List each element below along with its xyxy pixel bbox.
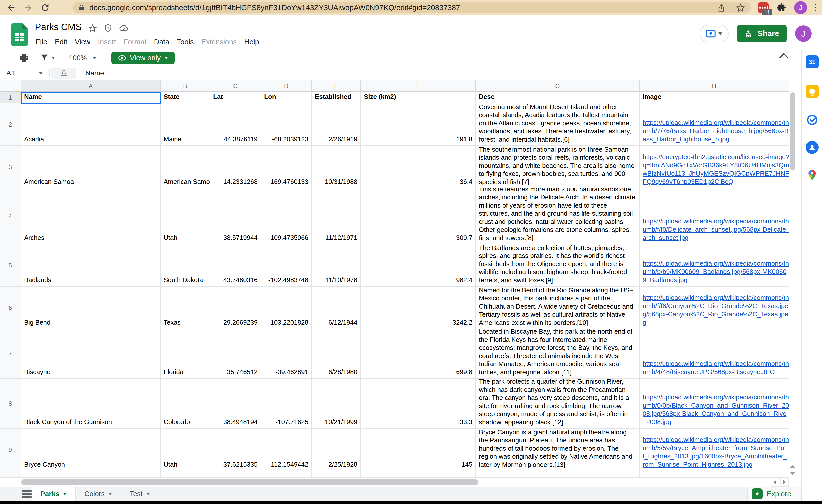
cell-park-name[interactable]: Bryce Canyon: [21, 429, 161, 471]
cell-lat[interactable]: -14.2331268: [210, 146, 261, 188]
cell-image-link[interactable]: https://upload.wikimedia.org/wikipedia/c…: [640, 103, 789, 146]
cell-established[interactable]: 6/28/1980: [312, 329, 361, 379]
browser-menu-icon[interactable]: [815, 4, 816, 11]
row-number[interactable]: 1: [0, 92, 21, 103]
cell-image-link[interactable]: https://upload.wikimedia.org/wikipedia/c…: [640, 188, 789, 244]
row-number[interactable]: 3: [0, 146, 21, 188]
row-number[interactable]: 2: [0, 103, 21, 146]
user-avatar[interactable]: J: [795, 25, 812, 42]
cell-F1[interactable]: Size (km2): [361, 92, 476, 103]
cell-image-link[interactable]: https://upload.wikimedia.org/wikipedia/c…: [640, 287, 789, 329]
cell-lon[interactable]: -102.4983748: [261, 244, 312, 287]
column-header-C[interactable]: C: [210, 80, 261, 92]
cell-lon[interactable]: -112.1549442: [261, 429, 312, 471]
cell-image-link[interactable]: https://upload.wikimedia.org/wikipedia/c…: [640, 329, 789, 379]
cell-state[interactable]: Utah: [161, 429, 210, 471]
explore-button[interactable]: ✦ Explore: [747, 487, 801, 501]
cell-E1[interactable]: Established: [312, 92, 361, 103]
sheets-logo-icon[interactable]: [11, 23, 28, 47]
menu-edit[interactable]: Edit: [51, 36, 71, 48]
cell-desc[interactable]: The park protects a quarter of the Gunni…: [476, 379, 640, 429]
print-icon[interactable]: [19, 53, 29, 63]
cell-size[interactable]: 309.7: [361, 188, 476, 244]
cell-park-name[interactable]: Black Canyon of the Gunnison: [21, 379, 161, 429]
cell-park-name[interactable]: Big Bend: [21, 287, 161, 329]
cell-park-name[interactable]: American Samoa: [21, 146, 161, 188]
password-extension-icon[interactable]: 11: [758, 2, 769, 13]
cell-size[interactable]: 191.8: [361, 103, 476, 146]
menu-help[interactable]: Help: [240, 36, 263, 48]
cell-desc[interactable]: The Badlands are a collection of buttes,…: [476, 244, 640, 287]
name-box[interactable]: A1: [6, 69, 39, 77]
collapse-toolbar-icon[interactable]: [779, 53, 789, 62]
vertical-scrollbar-thumb[interactable]: [790, 92, 795, 170]
cell-empty[interactable]: [312, 471, 361, 478]
cell-desc[interactable]: Bryce Canyon is a giant natural amphithe…: [476, 429, 640, 471]
cell-D1[interactable]: Lon: [261, 92, 312, 103]
cell-park-name[interactable]: Biscayne: [21, 329, 161, 379]
column-header-F[interactable]: F: [361, 80, 476, 92]
cell-lon[interactable]: -109.4735066: [261, 188, 312, 244]
cell-desc[interactable]: The southernmost national park is on thr…: [476, 146, 640, 188]
scroll-down-icon[interactable]: [790, 472, 795, 475]
cloud-saved-icon[interactable]: [119, 23, 129, 33]
menu-extensions[interactable]: Extensions: [197, 36, 240, 48]
document-title[interactable]: Parks CMS: [35, 22, 82, 32]
cell-established[interactable]: 10/21/1999: [312, 379, 361, 429]
cell-state[interactable]: South Dakota: [161, 244, 210, 287]
cell-A1[interactable]: Name: [21, 92, 161, 103]
cell-desc[interactable]: Covering most of Mount Desert Island and…: [476, 103, 640, 146]
cell-established[interactable]: 11/10/1978: [312, 244, 361, 287]
view-only-button[interactable]: View only: [111, 52, 175, 64]
cell-established[interactable]: 2/25/1928: [312, 429, 361, 471]
cell-image-link[interactable]: https://encrypted-tbn2.gstatic.com/licen…: [640, 146, 789, 188]
column-header-B[interactable]: B: [161, 80, 210, 92]
cell-lon[interactable]: -68.2039123: [261, 103, 312, 146]
menu-format[interactable]: Format: [120, 36, 150, 48]
cell-lat[interactable]: 44.3876119: [210, 103, 261, 146]
cell-park-name[interactable]: Acadia: [21, 103, 161, 146]
cell-state[interactable]: Maine: [161, 103, 210, 146]
move-to-drive-button[interactable]: [700, 25, 729, 42]
cell-lon[interactable]: -39.462891: [261, 329, 312, 379]
cell-established[interactable]: 11/12/1971: [312, 188, 361, 244]
column-header-E[interactable]: E: [312, 80, 361, 92]
row-number[interactable]: 8: [0, 379, 21, 429]
cell-state[interactable]: American Samoa: [161, 146, 210, 188]
cell-empty[interactable]: [161, 471, 210, 478]
cell-empty[interactable]: [361, 471, 476, 478]
cell-lat[interactable]: 37.6215335: [210, 429, 261, 471]
menu-view[interactable]: View: [71, 36, 94, 48]
cell-park-name[interactable]: Arches: [21, 188, 161, 244]
cell-lat[interactable]: 38.5719944: [210, 188, 261, 244]
cell-lon[interactable]: -169.4760133: [261, 146, 312, 188]
filter-icon[interactable]: [39, 53, 55, 63]
cell-state[interactable]: Florida: [161, 329, 210, 379]
row-number[interactable]: 6: [0, 287, 21, 329]
cell-state[interactable]: Texas: [161, 287, 210, 329]
cell-established[interactable]: 6/12/1944: [312, 287, 361, 329]
star-document-icon[interactable]: [88, 23, 97, 33]
extensions-puzzle-icon[interactable]: [776, 2, 787, 13]
sheet-tab-colors[interactable]: Colors: [76, 487, 121, 501]
cell-size[interactable]: 3242.2: [361, 287, 476, 329]
cell-image-link[interactable]: https://upload.wikimedia.org/wikipedia/c…: [640, 244, 789, 287]
formula-input[interactable]: Name: [85, 69, 104, 77]
column-header-G[interactable]: G: [476, 80, 640, 92]
menu-insert[interactable]: Insert: [94, 36, 120, 48]
cell-desc[interactable]: This site features more than 2,000 natur…: [476, 188, 640, 244]
cell-established[interactable]: 2/26/1919: [312, 103, 361, 146]
vertical-scrollbar[interactable]: [789, 80, 796, 478]
column-header-A[interactable]: A: [21, 80, 161, 92]
horizontal-scrollbar-thumb[interactable]: [21, 479, 478, 485]
row-number[interactable]: 5: [0, 244, 21, 287]
cell-image-link[interactable]: https://upload.wikimedia.org/wikipedia/c…: [640, 379, 789, 429]
all-sheets-icon[interactable]: [22, 487, 32, 501]
cell-state[interactable]: Utah: [161, 188, 210, 244]
scroll-up-icon[interactable]: [790, 465, 795, 468]
keep-icon[interactable]: [806, 85, 819, 98]
row-number[interactable]: [0, 471, 21, 478]
cell-empty[interactable]: [21, 471, 161, 478]
contacts-icon[interactable]: [806, 141, 819, 154]
chevron-down-icon[interactable]: [39, 72, 43, 74]
